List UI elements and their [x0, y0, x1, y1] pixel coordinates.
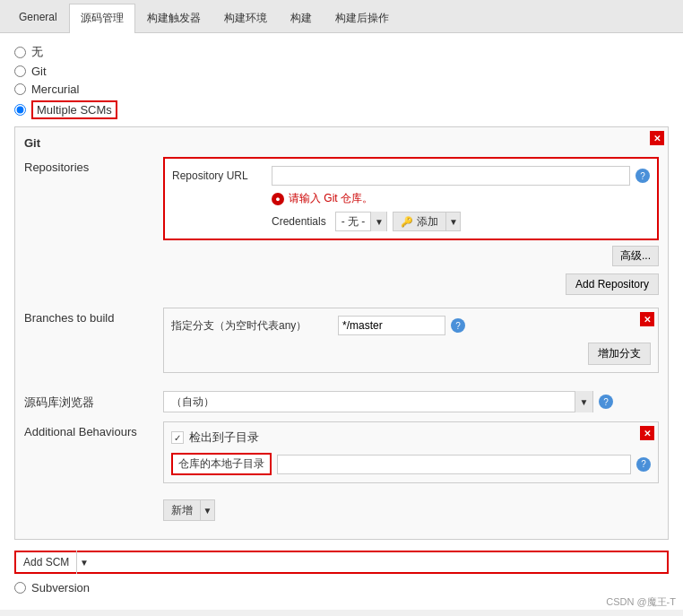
watermark: CSDN @魔王-T	[606, 595, 676, 609]
credentials-value: - 无 -	[336, 214, 371, 230]
repo-box: Repository URL ? ● 请输入 Git 仓库。 Credentia…	[163, 157, 659, 240]
additional-content: ✕ ✓ 检出到子目录 仓库的本地子目录 ? 新增 ▼	[163, 421, 659, 521]
add-credentials-main: 🔑 添加	[393, 214, 445, 230]
advanced-row: 高级...	[163, 246, 659, 266]
scm-options: 无 Git Mercurial Multiple SCMs	[14, 44, 669, 119]
tab-source[interactable]: 源码管理	[69, 4, 135, 33]
repositories-content: Repository URL ? ● 请输入 Git 仓库。 Credentia…	[163, 157, 659, 299]
git-section-close-btn[interactable]: ✕	[650, 131, 664, 145]
xinjia-btn[interactable]: 新增 ▼	[163, 499, 215, 521]
credentials-arrow-icon[interactable]: ▼	[370, 212, 386, 231]
radio-mercurial[interactable]: Mercurial	[14, 82, 669, 96]
advanced-btn[interactable]: 高级...	[612, 246, 659, 266]
browser-label: 源码库浏览器	[24, 391, 163, 411]
add-label: 添加	[417, 214, 438, 230]
add-scm-label: Add SCM	[16, 556, 76, 568]
credentials-row: Credentials - 无 - ▼ 🔑 添加 ▼	[272, 212, 650, 231]
additional-section-inner: ✕ ✓ 检出到子目录 仓库的本地子目录 ?	[163, 421, 659, 483]
subversion-label: Subversion	[31, 581, 90, 594]
browser-content: （自动） ▼ ?	[163, 391, 659, 412]
subdir-row: 仓库的本地子目录 ?	[171, 453, 651, 475]
git-scm-section: ✕ Git Repositories Repository URL ? ●	[14, 126, 669, 540]
branches-content: ✕ 指定分支（为空时代表any） ? 增加分支	[163, 308, 659, 382]
additional-label: Additional Behaviours	[24, 421, 163, 438]
add-branch-btn[interactable]: 增加分支	[588, 343, 651, 365]
browser-help-icon[interactable]: ?	[599, 395, 613, 409]
tab-general[interactable]: General	[7, 4, 69, 32]
key-icon: 🔑	[401, 216, 413, 228]
branches-label: Branches to build	[24, 308, 163, 325]
checkdir-checkbox[interactable]: ✓	[171, 431, 184, 444]
error-icon: ●	[272, 193, 284, 205]
error-row: ● 请输入 Git 仓库。	[272, 191, 650, 206]
tab-postbuild[interactable]: 构建后操作	[324, 4, 401, 32]
radio-none[interactable]: 无	[14, 44, 669, 60]
repo-url-label: Repository URL	[172, 169, 266, 182]
radio-git[interactable]: Git	[14, 65, 669, 78]
radio-multiple[interactable]: Multiple SCMs	[14, 100, 669, 119]
repositories-label: Repositories	[24, 157, 163, 174]
error-text: 请输入 Git 仓库。	[289, 191, 373, 206]
add-scm-container: Add SCM ▼	[14, 551, 669, 574]
subdir-help-icon[interactable]: ?	[636, 457, 651, 472]
credentials-select[interactable]: - 无 - ▼	[335, 212, 388, 231]
browser-row: 源码库浏览器 （自动） ▼ ?	[24, 391, 659, 412]
tab-build[interactable]: 构建	[279, 4, 324, 32]
add-credentials-btn[interactable]: 🔑 添加 ▼	[393, 212, 461, 231]
additional-row: Additional Behaviours ✕ ✓ 检出到子目录 仓库的本地子目…	[24, 421, 659, 521]
tabs-bar: General 源码管理 构建触发器 构建环境 构建 构建后操作	[0, 0, 683, 33]
branch-input-row: 指定分支（为空时代表any） ?	[171, 316, 651, 335]
tab-trigger[interactable]: 构建触发器	[135, 4, 212, 32]
checkdir-row: ✓ 检出到子目录	[171, 429, 651, 446]
subdir-label: 仓库的本地子目录	[171, 453, 272, 475]
branch-input[interactable]	[338, 316, 445, 335]
xinjia-arrow-icon[interactable]: ▼	[200, 499, 214, 521]
add-repo-row: Add Repository	[163, 273, 659, 295]
browser-select[interactable]: （自动） ▼	[163, 391, 593, 412]
add-scm-arrow-icon[interactable]: ▼	[76, 551, 91, 574]
repo-url-help-icon[interactable]: ?	[635, 169, 650, 183]
add-scm-btn[interactable]: Add SCM ▼	[14, 551, 669, 574]
branches-close-btn[interactable]: ✕	[640, 312, 654, 326]
branches-row: Branches to build ✕ 指定分支（为空时代表any） ? 增加分…	[24, 308, 659, 382]
repo-url-row: Repository URL ?	[172, 166, 650, 186]
tab-env[interactable]: 构建环境	[212, 4, 279, 32]
additional-close-btn[interactable]: ✕	[640, 426, 654, 440]
repo-url-input[interactable]	[272, 166, 630, 186]
browser-value: （自动）	[164, 395, 575, 410]
subversion-row[interactable]: Subversion	[14, 581, 669, 594]
credentials-label: Credentials	[272, 215, 326, 228]
branches-section-inner: ✕ 指定分支（为空时代表any） ? 增加分支	[163, 308, 659, 373]
main-content: 无 Git Mercurial Multiple SCMs ✕ Git Repo…	[0, 33, 683, 610]
branches-help-icon[interactable]: ?	[451, 318, 465, 333]
xinjia-label: 新增	[164, 503, 200, 518]
subdir-input[interactable]	[277, 455, 631, 474]
add-repository-btn[interactable]: Add Repository	[566, 273, 659, 295]
add-credentials-arrow-icon[interactable]: ▼	[445, 212, 460, 231]
branch-input-label: 指定分支（为空时代表any）	[171, 318, 333, 334]
git-section-title: Git	[24, 136, 659, 150]
browser-arrow-icon[interactable]: ▼	[575, 391, 592, 412]
checkdir-label: 检出到子目录	[189, 429, 259, 446]
xinjia-row: 新增 ▼	[163, 492, 659, 521]
repositories-row: Repositories Repository URL ? ● 请输入 Git …	[24, 157, 659, 299]
